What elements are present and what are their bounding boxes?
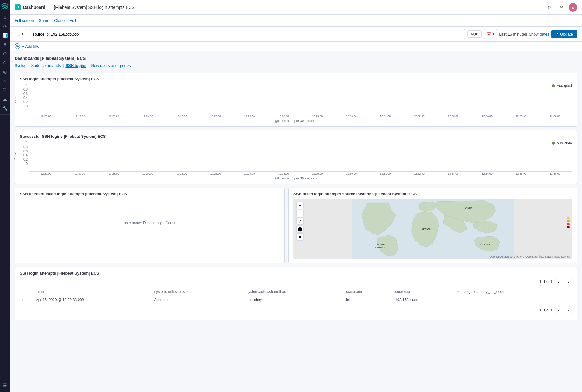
sidebar-icon-tool[interactable]: 🔧 [1,104,9,113]
prev-page-button[interactable]: ‹ [555,278,562,285]
map-square[interactable]: ■ [296,233,304,241]
xl9: 12:29:00 [300,115,335,118]
update-label: Update [560,32,573,36]
y2-04: 0.4 [20,154,28,157]
sidebar-icon-home[interactable]: ⌂ [1,13,9,21]
legend-dot-2 [567,220,570,222]
world-map-svg: ASIA AFRICA SOUTH AMERICA OCEANIA [293,199,572,259]
link-sudo[interactable]: Sudo commands [31,63,61,68]
table-panel-title: SSH login attempts [Filebeat System] ECS [20,271,572,276]
topbar-right: ⚙ ✉ a [544,2,577,12]
row-time: Apr 16, 2020 @ 12:32:38.000 [33,296,152,304]
filter-icon: ⊡ [17,32,20,36]
y1-02: 0.2 [20,100,28,104]
show-dates-button[interactable]: Show dates [529,32,549,36]
row-expand[interactable]: › [20,296,33,304]
sidebar-icon-box[interactable]: ⬡ [1,49,9,58]
settings-button[interactable]: ⚙ [544,2,554,12]
link-ssh[interactable]: SSH logins [65,63,86,68]
map-text-africa: AFRICA [422,228,431,231]
xl4: 12:24:00 [131,115,165,118]
nav-clone[interactable]: Clone [54,18,65,23]
sidebar-icon-target[interactable]: ◎ [1,68,9,76]
pagination-label-bottom: 1–1 of 1 [539,308,552,312]
xl8: 12:28:00 [267,115,301,118]
main-area: D Dashboard › [Filebeat System] SSH logi… [10,0,582,392]
sidebar-icon-menu[interactable]: ☰ [1,381,9,390]
next-page-button-bottom[interactable]: › [565,307,572,314]
link-users[interactable]: New users and groups [91,63,131,68]
bottom-panels: SSH users of failed login attempts [File… [15,188,577,263]
xl2: 12:22:00 [63,115,97,118]
chart2-xlabel: @timestamp per 30 seconds [20,176,572,180]
add-filter-link[interactable]: + Add filter [22,44,41,49]
map-text-oceania: OCEANIA [480,243,491,246]
row-country: - [454,296,572,304]
pagination-label: 1–1 of 1 [539,279,552,284]
filter-chevron: ▾ [22,32,23,36]
filter-bar: ⊡ ▾ KQL 📅 ▾ Last 16 minutes Show dates ↺… [10,27,582,42]
topbar-sep: › [49,5,50,9]
y2-06: 0.6 [20,150,28,153]
left-panel-label: user.name: Descending - Count [124,221,175,225]
chart2-title: Successful SSH logins [Filebeat System] … [20,134,572,139]
row-user: lello [344,296,393,304]
mail-button[interactable]: ✉ [556,2,566,12]
row-method: publickey [244,296,344,304]
map-container: + − ⤢ ⬤ ■ [293,199,572,259]
xl12: 12:32:00 [402,115,436,118]
y2-1: 1 [20,141,28,144]
xl3: 12:23:00 [97,115,131,118]
sidebar-icon-clock[interactable]: ◷ [1,22,9,30]
y1-08: 0.8 [20,88,28,91]
time-chevron: ▾ [493,32,494,36]
nav-share[interactable]: Share [39,18,50,23]
map-zoom-out[interactable]: − [296,210,304,217]
table-row: › Apr 16, 2020 @ 12:32:38.000 Accepted p… [20,296,572,304]
map-controls: + − ⤢ ⬤ ■ [296,202,304,241]
update-button[interactable]: ↺ Update [551,30,577,38]
sidebar-icon-graph[interactable]: ∿ [1,77,9,85]
row-ip: 192.168.xx.xx [393,296,454,304]
chart1-yaxis-label: Count [14,95,17,103]
dashboard-section-title: Dashboards [Filebeat System] ECS [15,56,577,61]
map-legend-4 [567,226,570,228]
map-legend-1 [567,217,570,219]
map-zoom-in[interactable]: + [296,202,304,209]
xl1: 12:21:00 [29,115,63,118]
map-attribution: OpenStreetMap contributors, OpenMapTiles… [489,255,570,258]
sidebar-icon-cloud[interactable]: ☁ [1,95,9,103]
right-panel: SSH failed login attempts source locatio… [288,188,577,263]
sidebar-icon-shield[interactable]: 🛡 [1,86,9,94]
legend-dot-4 [567,226,570,228]
nav-fullscreen[interactable]: Full screen [15,18,34,23]
sidebar-icon-chart[interactable]: 📊 [1,31,9,40]
map-circle[interactable]: ⬤ [296,225,304,233]
xl7: 12:27:00 [233,115,267,118]
kql-button[interactable]: KQL [467,30,482,38]
link-syslog[interactable]: Syslog [15,63,26,68]
prev-page-button-bottom[interactable]: ‹ [555,307,562,314]
map-reset[interactable]: ⤢ [296,217,304,225]
filter-pill[interactable]: ⊡ ▾ [15,29,26,39]
sidebar-icon-layers[interactable]: ≡ [1,40,9,49]
next-page-button[interactable]: › [565,278,572,285]
nav-edit[interactable]: Edit [69,18,76,23]
map-text-asia: ASIA [465,206,472,209]
col-source-ip: source.ip [393,288,454,296]
map-legend-3 [567,223,570,225]
xl16: 12:36:00 [538,115,572,118]
right-panel-title: SSH failed login attempts source locatio… [293,192,572,196]
sidebar-icon-dots[interactable]: ⊕ [1,58,9,67]
avatar[interactable]: a [569,3,577,12]
time-label: Last 16 minutes [499,32,527,36]
table-pagination-bottom: 1–1 of 1 ‹ › [20,307,572,314]
time-picker[interactable]: 📅 ▾ [484,29,497,39]
time-area: 📅 ▾ Last 16 minutes Show dates ↺ Update [484,29,577,39]
xl5: 12:25:00 [165,115,199,118]
add-filter-icon[interactable]: ⊕ [15,43,20,49]
filter-input[interactable] [29,29,465,39]
legend-dot-3 [567,223,570,225]
col-method: system.auth.ssh.method [244,288,344,296]
col-ssh-event: system.auth.ssh.event [152,288,244,296]
